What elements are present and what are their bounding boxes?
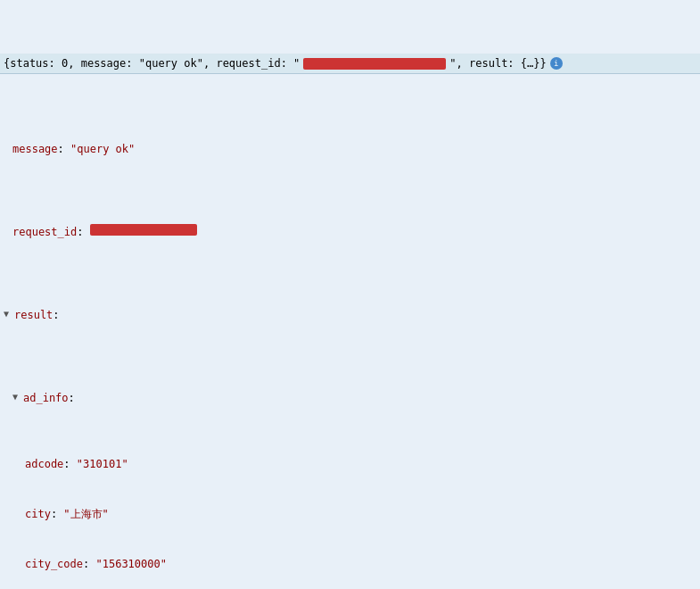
val-adcode: "310101"	[77, 456, 128, 473]
key-result: result	[14, 307, 53, 324]
request-id-redacted	[303, 58, 446, 70]
key-adcode: adcode	[25, 456, 63, 473]
arrow-result[interactable]: ▼	[4, 307, 12, 321]
line-adcode: adcode: "310101"	[0, 456, 700, 473]
line-message: message: "query ok"	[0, 141, 700, 158]
key-city-code: city_code	[25, 556, 83, 573]
summary-text-end: ", result: {…}}	[449, 55, 546, 72]
json-viewer: {status: 0, message: "query ok", request…	[0, 0, 700, 589]
val-city-code: "156310000"	[95, 556, 166, 573]
line-city: city: "上海市"	[0, 506, 700, 523]
val-city: "上海市"	[63, 506, 108, 523]
line-ad-info[interactable]: ▼ad_info:	[0, 390, 700, 407]
val-message: "query ok"	[70, 141, 135, 158]
key-city: city	[25, 506, 51, 523]
line-city-code: city_code: "156310000"	[0, 556, 700, 573]
summary-text-start: {status: 0, message: "query ok", request…	[4, 55, 300, 72]
top-summary-bar: {status: 0, message: "query ok", request…	[0, 54, 700, 75]
key-message: message	[12, 141, 58, 158]
request-id-value-redacted	[90, 224, 197, 236]
line-result[interactable]: ▼result:	[0, 307, 700, 324]
key-request-id: request_id	[12, 224, 77, 241]
arrow-ad-info[interactable]: ▼	[12, 390, 21, 404]
key-ad-info: ad_info	[23, 390, 69, 407]
info-icon[interactable]: i	[550, 57, 563, 70]
line-request-id: request_id:	[0, 224, 700, 241]
